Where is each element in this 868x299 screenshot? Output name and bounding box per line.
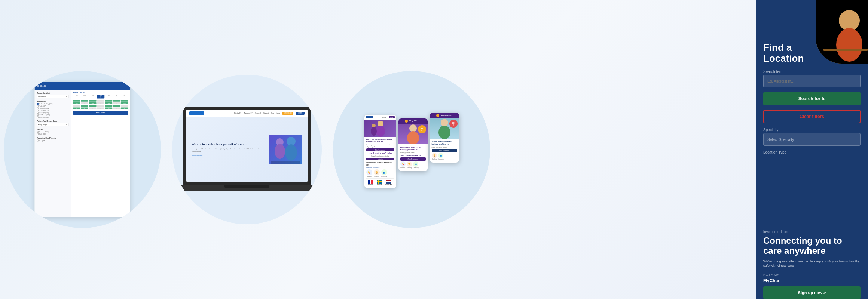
nav-link-1[interactable]: Join Us CT xyxy=(234,112,241,114)
phone-germany: SUBMIT JOIN xyxy=(364,115,396,188)
slot-thu-4[interactable]: 4pm xyxy=(105,108,112,110)
nav-link-5[interactable]: Blog xyxy=(271,112,274,114)
nav-link-6[interactable]: News xyxy=(276,112,280,114)
slot-wed-4: — xyxy=(97,108,104,110)
hero-link[interactable]: View timeline xyxy=(192,154,265,157)
svg-point-11 xyxy=(441,119,448,126)
ww-badge-community: 👥 Community xyxy=(413,161,419,169)
availability-section: Availability Online Booking (123) Today … xyxy=(37,101,69,118)
nav-link-3[interactable]: Research xyxy=(255,112,261,114)
nav-link-4[interactable]: Support xyxy=(263,112,269,114)
coaching-label: Coaching xyxy=(374,176,379,177)
calendar-grid: Sun Mon Tue Wed25 Thu Fri Sat xyxy=(73,95,129,99)
slot-tue-3[interactable]: 2pm xyxy=(89,105,96,107)
filter-checkbox-today[interactable] xyxy=(37,105,39,107)
filter-checkbox-online[interactable] xyxy=(37,103,39,105)
mobile-screens-container: SUBMIT JOIN xyxy=(361,107,463,192)
ww-coaching-label-3: Coaching xyxy=(432,158,437,160)
filter-checkbox-female[interactable] xyxy=(37,131,39,133)
specialty-select[interactable]: Select Specialty xyxy=(763,133,861,146)
reason-dropdown[interactable]: New Patients ▼ xyxy=(37,95,69,98)
slot-sat-1[interactable]: 9am xyxy=(121,100,128,102)
slot-fri-4: — xyxy=(113,108,120,110)
filter-label-yes: Yes (301) xyxy=(39,140,45,142)
slot-mon-1[interactable]: 9am xyxy=(81,100,88,102)
slot-mon-3[interactable]: 2pm xyxy=(81,105,88,107)
cal-fri: Fri xyxy=(113,95,120,99)
slot-thu-2[interactable]: 11am xyxy=(105,102,112,104)
clear-filters-button[interactable]: Clear filters xyxy=(763,110,861,123)
chevron-down-icon: ▼ xyxy=(66,96,68,98)
community-badge-icon: 👥 xyxy=(413,161,418,167)
phone-nl: WeightWatchers 25 kg Alléen deze w xyxy=(398,118,428,171)
ww-content-3: Alleen deze week tot w korting, profitee… xyxy=(430,139,459,163)
phone-follow-btn[interactable]: Follie click xyxy=(366,158,394,160)
get-involved-button[interactable]: GET INVOLVED xyxy=(282,112,293,115)
filter-label-tomorrow: Tomorrow (301) xyxy=(39,108,49,110)
filter-checkbox-tomorrow[interactable] xyxy=(37,108,39,110)
filter-label-2-3weeks: 2-3 Weeks (48) xyxy=(39,117,49,118)
gender-section: Gender Female (2032) Male (600) xyxy=(37,129,69,135)
calendar-week-label: Mar 22 - Mar 28 xyxy=(73,92,129,94)
community-badge-icon-3: 👥 xyxy=(438,153,443,158)
cal-tue: Tue xyxy=(89,95,97,99)
find-title-line2: Locatio xyxy=(763,53,798,64)
slot-fri-3[interactable]: 2pm xyxy=(113,105,120,107)
formula-best-plan: The most popular ★ xyxy=(366,167,394,169)
ww-cta-3[interactable]: Zum Programm xyxy=(432,149,457,152)
svg-point-14 xyxy=(839,10,860,31)
slot-sat-4[interactable]: 4pm xyxy=(121,108,128,110)
phone-join-btn[interactable]: JOIN xyxy=(389,116,395,118)
ww-logo-dot-3 xyxy=(436,114,439,117)
nl-flag xyxy=(386,180,391,184)
svg-point-15 xyxy=(836,28,862,62)
slot-mon-4[interactable]: 4pm xyxy=(81,108,88,110)
formula-title: Choose the formula that suits you! xyxy=(366,161,394,166)
coaching-icon: 🏆 xyxy=(374,169,380,175)
slot-fri-1[interactable]: 9am xyxy=(113,100,120,102)
nav-link-2[interactable]: Managing CT xyxy=(244,112,253,114)
circles-row: Reason for Visit New Patients ▼ Availabi… xyxy=(0,71,756,228)
cal-mon: Mon xyxy=(81,95,89,99)
slot-sat-2[interactable]: 11am xyxy=(121,102,128,104)
filter-checkbox-2-3days[interactable] xyxy=(37,110,39,112)
svg-rect-4 xyxy=(271,161,300,164)
accepting-section: Accepting New Patients Yes (301) xyxy=(37,137,69,141)
rp-hero-photo xyxy=(816,0,868,64)
badge-community: 👥 Community xyxy=(381,169,387,177)
ww-logo-small-1 xyxy=(366,116,373,118)
med-sidebar: Reason for Visit New Patients ▼ Availabi… xyxy=(35,90,71,217)
slot-wed-1: — xyxy=(97,100,104,102)
ww-cta-nl[interactable]: Zum Programm xyxy=(400,157,426,161)
slot-thu-1[interactable]: 9am xyxy=(105,100,112,102)
filter-checkbox-1-2weeks[interactable] xyxy=(37,114,39,116)
phone-offer-sub: Bis zu 3 months free, today! xyxy=(366,155,394,157)
slot-thu-3[interactable]: 2pm xyxy=(105,105,112,107)
phone-cta-de[interactable]: Jetzt Programm xyxy=(366,148,394,151)
chevron-down-icon-2: ▼ xyxy=(66,124,68,126)
medical-scheduling-ui: Reason for Visit New Patients ▼ Availabi… xyxy=(35,82,130,217)
age-dropdown[interactable]: All age groups ▼ xyxy=(37,123,69,126)
hero-person-svg xyxy=(816,0,868,64)
filter-checkbox-4-5days[interactable] xyxy=(37,112,39,114)
search-for-button[interactable]: Search for Ic xyxy=(763,92,861,105)
connecting-title: Connecting you to care anywhere xyxy=(756,235,868,256)
filter-label-online: Online Booking (123) xyxy=(39,103,52,105)
ww-logo-dot-nl xyxy=(405,120,408,123)
slot-tue-1[interactable]: 9am xyxy=(89,100,96,102)
slot-tue-2[interactable]: 11am xyxy=(89,102,96,104)
sign-up-button[interactable]: Sign up now > xyxy=(763,286,861,299)
find-doctor-button[interactable]: Find a Doctor xyxy=(73,111,129,115)
filter-checkbox-2-3weeks[interactable] xyxy=(37,117,39,118)
laptop-base-indent xyxy=(224,185,269,188)
filter-1-2weeks: 1-2 Weeks (399) xyxy=(37,114,69,116)
slot-sun-1[interactable]: 9am xyxy=(73,100,80,102)
filter-checkbox-male[interactable] xyxy=(37,133,39,135)
search-term-input[interactable] xyxy=(763,75,861,87)
ww-vitamins-label: Vitaminen xyxy=(400,167,405,169)
slot-sun-4[interactable]: 4pm xyxy=(73,108,80,110)
slot-sun-2[interactable]: 11am xyxy=(73,102,80,104)
donate-button[interactable]: DONATE xyxy=(296,112,305,115)
filter-label-male: Male (600) xyxy=(39,133,46,135)
filter-checkbox-yes[interactable] xyxy=(37,140,39,142)
